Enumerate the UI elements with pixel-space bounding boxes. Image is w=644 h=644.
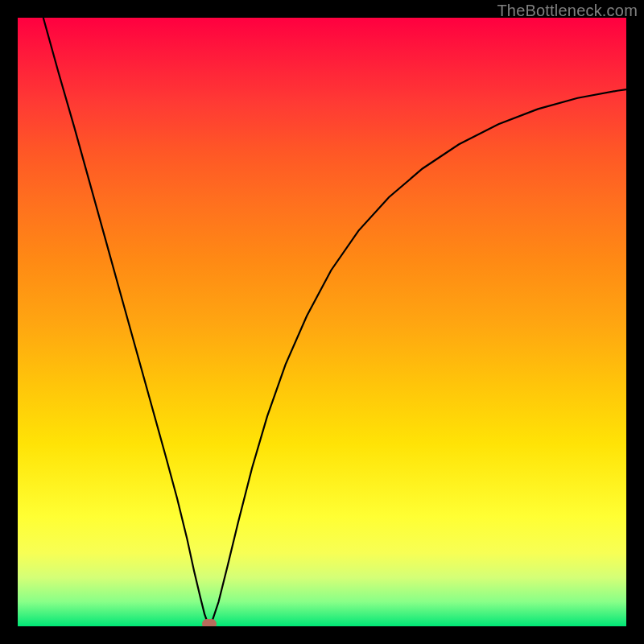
bottleneck-curve xyxy=(18,18,626,626)
watermark-text: TheBottleneck.com xyxy=(497,2,638,20)
minimum-marker xyxy=(202,619,217,626)
chart-frame: TheBottleneck.com xyxy=(0,0,644,644)
plot-area xyxy=(18,18,626,626)
